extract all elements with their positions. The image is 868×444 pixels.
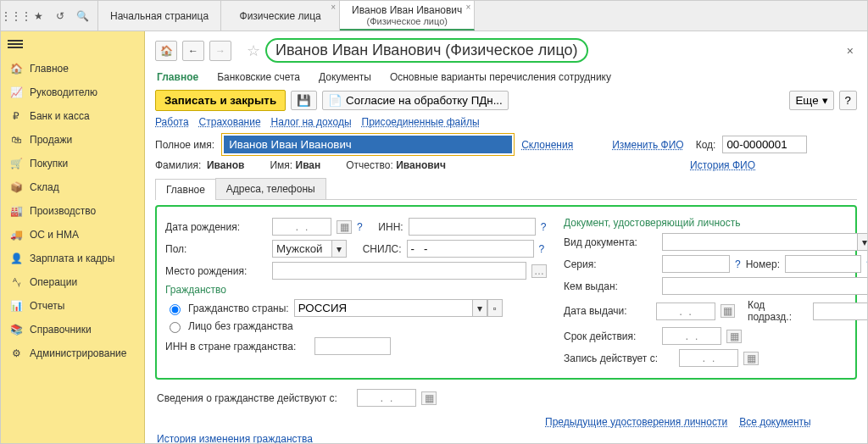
sex-select[interactable] xyxy=(272,240,331,258)
citizenship-from-input[interactable] xyxy=(357,389,416,407)
snils-input[interactable] xyxy=(407,240,534,258)
consent-button[interactable]: 📄 Согласие на обработку ПДн... xyxy=(322,91,509,110)
issued-by-label: Кем выдан: xyxy=(564,280,657,292)
fio-history-link[interactable]: История ФИО xyxy=(690,159,755,171)
chevron-down-icon[interactable]: ▾ xyxy=(857,233,867,251)
chevron-down-icon[interactable]: ▾ xyxy=(472,299,487,317)
tab-persons[interactable]: × Физические лица xyxy=(221,1,340,31)
sectab-docs[interactable]: Документы xyxy=(319,71,371,83)
dob-input[interactable] xyxy=(272,218,331,236)
help-icon[interactable]: ? xyxy=(357,221,363,233)
sidebar-item-0[interactable]: 🏠Главное xyxy=(1,57,144,80)
sidebar-item-label: Производство xyxy=(30,205,96,217)
number-input[interactable] xyxy=(785,255,861,273)
dept-code-input[interactable] xyxy=(813,302,867,320)
main-panel: 🏠 ← → ☆ Иванов Иван Иванович (Физическое… xyxy=(145,31,867,443)
star-icon[interactable]: ★ xyxy=(28,6,48,26)
window-tabs: Начальная страница × Физические лица × И… xyxy=(98,1,475,31)
history-icon[interactable]: ↺ xyxy=(50,6,70,26)
sidebar-item-11[interactable]: 📚Справочники xyxy=(1,318,144,341)
search-icon[interactable]: 🔍 xyxy=(72,6,92,26)
full-name-input[interactable] xyxy=(224,136,512,153)
calendar-icon[interactable]: ▦ xyxy=(743,352,759,365)
help-icon[interactable]: ? xyxy=(541,221,547,233)
link-insurance[interactable]: Страхование xyxy=(199,116,261,128)
calendar-icon[interactable]: ▦ xyxy=(721,304,735,318)
help-button[interactable]: ? xyxy=(839,91,857,110)
number-label: Номер: xyxy=(746,258,780,270)
calendar-icon[interactable]: ▦ xyxy=(421,391,437,405)
apps-icon[interactable]: ⋮⋮⋮ xyxy=(6,6,26,26)
sidebar-item-3[interactable]: 🛍Продажи xyxy=(1,128,144,152)
nav-icon: 👤 xyxy=(9,253,23,264)
country-input[interactable] xyxy=(294,299,472,317)
home-button[interactable]: 🏠 xyxy=(155,41,177,61)
first-name-value: Иван xyxy=(296,159,321,171)
prev-docs-link[interactable]: Предыдущие удостоверения личности xyxy=(545,416,727,428)
sidebar-item-8[interactable]: 👤Зарплата и кадры xyxy=(1,247,144,270)
declensions-link[interactable]: Склонения xyxy=(521,139,573,151)
favorite-icon[interactable]: ☆ xyxy=(247,42,260,60)
full-name-label: Полное имя: xyxy=(155,139,214,151)
citizenship-country-label: Гражданство страны: xyxy=(188,302,289,314)
help-icon[interactable]: ? xyxy=(866,258,867,270)
series-input[interactable] xyxy=(662,255,730,273)
help-icon[interactable]: ? xyxy=(735,258,741,270)
inn-country-input[interactable] xyxy=(314,337,391,355)
doc-type-input[interactable] xyxy=(662,233,857,251)
change-fio-link[interactable]: Изменить ФИО xyxy=(612,139,684,151)
sidebar-toggle[interactable] xyxy=(1,31,144,57)
subtab-main[interactable]: Главное xyxy=(155,179,216,200)
all-docs-link[interactable]: Все документы xyxy=(739,416,811,428)
sidebar-item-9[interactable]: ᴬᵧОперации xyxy=(1,270,144,294)
save-close-button[interactable]: Записать и закрыть xyxy=(155,90,286,111)
back-button[interactable]: ← xyxy=(182,41,204,61)
tab-home[interactable]: Начальная страница xyxy=(98,1,221,31)
ellipsis-icon[interactable]: … xyxy=(531,264,547,278)
id-doc-title: Документ, удостоверяющий личность xyxy=(564,217,867,229)
link-work[interactable]: Работа xyxy=(155,116,189,128)
code-label: Код: xyxy=(696,139,716,151)
sidebar-item-2[interactable]: ₽Банк и касса xyxy=(1,104,144,128)
calendar-icon[interactable]: ▦ xyxy=(337,220,352,234)
inn-input[interactable] xyxy=(409,218,536,236)
chevron-down-icon[interactable]: ▾ xyxy=(331,240,347,258)
sidebar-item-10[interactable]: 📊Отчеты xyxy=(1,294,144,318)
close-panel-button[interactable]: × xyxy=(843,41,857,61)
issued-by-input[interactable] xyxy=(662,277,867,295)
pob-input[interactable] xyxy=(272,262,526,280)
issue-date-input[interactable] xyxy=(656,302,715,320)
code-input[interactable] xyxy=(722,136,807,153)
more-button[interactable]: Еще ▾ xyxy=(789,91,833,110)
sectab-payments[interactable]: Основные варианты перечисления сотрудник… xyxy=(390,71,611,83)
sidebar-item-12[interactable]: ⚙Администрирование xyxy=(1,341,144,365)
sidebar-item-4[interactable]: 🛒Покупки xyxy=(1,152,144,175)
calendar-icon[interactable]: ▦ xyxy=(726,330,742,343)
sectab-bank[interactable]: Банковские счета xyxy=(217,71,300,83)
sidebar-item-7[interactable]: 🚚ОС и НМА xyxy=(1,223,144,247)
link-files[interactable]: Присоединенные файлы xyxy=(362,116,480,128)
sidebar-item-5[interactable]: 📦Склад xyxy=(1,175,144,199)
help-icon[interactable]: ? xyxy=(539,243,545,255)
forward-button[interactable]: → xyxy=(209,41,231,61)
record-from-input[interactable] xyxy=(679,349,738,367)
citizenship-history-link[interactable]: История изменения гражданства xyxy=(157,433,857,443)
sidebar-item-label: Склад xyxy=(30,181,59,193)
citizenship-from-label: Сведения о гражданстве действуют с: xyxy=(157,392,352,404)
valid-until-input[interactable] xyxy=(662,327,721,345)
citizenship-country-radio[interactable] xyxy=(170,304,181,315)
last-name-value: Иванов xyxy=(207,159,244,171)
close-icon[interactable]: × xyxy=(465,3,470,12)
patronymic-label: Отчество: xyxy=(346,159,393,171)
link-tax[interactable]: Налог на доходы xyxy=(271,116,352,128)
sectab-main[interactable]: Главное xyxy=(157,71,198,83)
sidebar-item-6[interactable]: 🏭Производство xyxy=(1,199,144,223)
sidebar-item-1[interactable]: 📈Руководителю xyxy=(1,80,144,104)
details-frame: Дата рождения: ▦ ? ИНН: ? Пол: ▾ СНИЛС: … xyxy=(155,205,857,380)
tab-person-card[interactable]: × Иванов Иван Иванович (Физическое лицо) xyxy=(340,1,475,31)
subtab-addresses[interactable]: Адреса, телефоны xyxy=(215,178,326,199)
open-icon[interactable]: ▫ xyxy=(487,299,503,317)
save-button[interactable]: 💾 xyxy=(291,91,317,110)
stateless-radio[interactable] xyxy=(170,322,181,333)
close-icon[interactable]: × xyxy=(331,3,336,12)
